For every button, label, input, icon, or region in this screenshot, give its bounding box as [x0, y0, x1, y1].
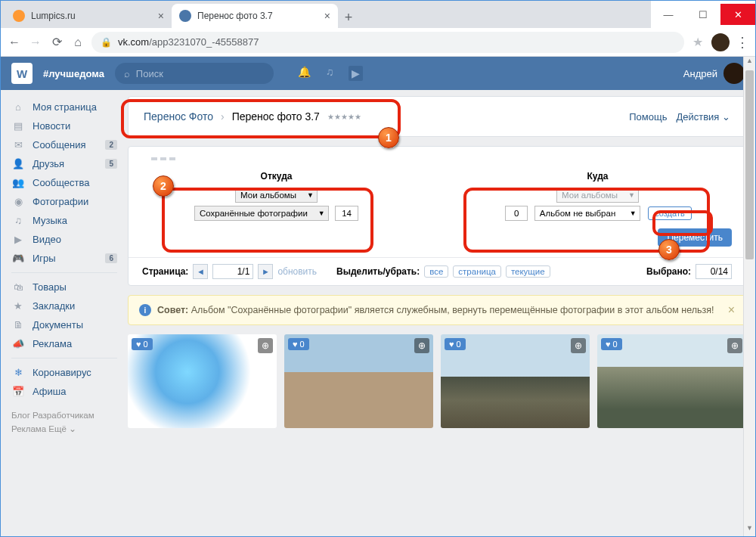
home-button[interactable]: ⌂ [70, 36, 85, 49]
sidebar-item-friends[interactable]: 👤Друзья5 [1, 154, 128, 173]
back-button[interactable]: ← [7, 36, 22, 49]
music-icon[interactable]: ♫ [326, 66, 334, 81]
browser-tab[interactable]: Lumpics.ru × [5, 4, 172, 28]
close-icon[interactable]: × [728, 303, 735, 317]
selected-count [696, 264, 732, 279]
sidebar-item-docs[interactable]: 🗎Документы [1, 315, 128, 334]
profile-avatar[interactable] [711, 33, 730, 51]
zoom-icon[interactable]: ⊕ [571, 338, 586, 353]
sidebar-item-profile[interactable]: ⌂Моя страница [1, 98, 128, 116]
pager-row: Страница: ◄ ► обновить Выделить/убрать: … [129, 257, 745, 285]
sidebar-item-video[interactable]: ▶Видео [1, 230, 128, 249]
select-value: Мои альбомы [562, 191, 618, 200]
sidebar-label: Документы [33, 319, 83, 331]
photo-thumb[interactable]: ♥ 0 ⊕ [128, 334, 277, 428]
create-album-button[interactable]: создать [648, 206, 691, 220]
rating-stars[interactable]: ★★★★★ [327, 113, 361, 121]
address-bar: ← → ⟳ ⌂ 🔒 vk.com/app3231070_-45558877 ★ … [1, 28, 755, 57]
virus-icon: ❄ [11, 367, 25, 378]
to-count: 0 [505, 206, 528, 221]
select-all-button[interactable]: все [424, 265, 448, 278]
help-link[interactable]: Помощь [629, 111, 667, 123]
sidebar-item-music[interactable]: ♫Музыка [1, 211, 128, 230]
like-badge[interactable]: ♥ 0 [445, 338, 466, 350]
camera-icon: ◉ [11, 196, 25, 207]
new-tab-button[interactable]: + [338, 7, 359, 28]
browser-tabbar: Lumpics.ru × Перенос фото 3.7 × + — ☐ ✕ [1, 1, 755, 28]
window-close-button[interactable]: ✕ [720, 4, 755, 25]
account-menu[interactable]: Андрей [683, 63, 745, 84]
sidebar-item-news[interactable]: ▤Новости [1, 116, 128, 135]
url-host: vk.com [118, 36, 149, 48]
prev-page-button[interactable]: ◄ [193, 264, 208, 279]
ads-icon: 📣 [11, 338, 25, 349]
sidebar-label: Музыка [33, 215, 67, 226]
to-album-select[interactable]: Альбом не выбран▼ [534, 206, 640, 221]
sidebar-item-bookmarks[interactable]: ★Закладки [1, 296, 128, 315]
photo-thumb[interactable]: ♥ 0 ⊕ [597, 334, 746, 428]
reload-button[interactable]: ⟳ [49, 35, 64, 49]
like-badge[interactable]: ♥ 0 [288, 338, 309, 350]
transfer-card: Откуда Мои альбомы▼ Сохранённые фотограф… [128, 146, 746, 286]
scrollbar-thumb[interactable] [745, 70, 754, 259]
refresh-link[interactable]: обновить [277, 266, 317, 277]
star-icon: ★ [11, 300, 25, 312]
window-maximize-button[interactable]: ☐ [686, 4, 720, 25]
forward-button[interactable]: → [28, 36, 43, 49]
select-label: Выделить/убрать: [336, 266, 420, 277]
like-badge[interactable]: ♥ 0 [132, 338, 153, 350]
video-icon: ▶ [11, 234, 25, 245]
zoom-icon[interactable]: ⊕ [414, 338, 429, 353]
play-icon[interactable]: ▶ [349, 66, 363, 81]
bell-icon[interactable]: 🔔 [298, 66, 311, 81]
move-button[interactable]: Переместить [658, 228, 732, 247]
breadcrumb-card: Перенос Фото › Перенос фото 3.7 ★★★★★ По… [128, 96, 746, 137]
music-icon: ♫ [11, 215, 25, 226]
badge: 6 [105, 253, 117, 263]
browser-tab-active[interactable]: Перенос фото 3.7 × [172, 4, 338, 28]
to-source-select[interactable]: Мои альбомы▼ [556, 188, 639, 203]
like-badge[interactable]: ♥ 0 [601, 338, 622, 350]
url-field[interactable]: 🔒 vk.com/app3231070_-45558877 [91, 32, 684, 53]
window-minimize-button[interactable]: — [651, 4, 686, 25]
loading-dots [142, 157, 732, 160]
scrollbar[interactable]: ▲ ▼ [743, 57, 755, 536]
sidebar-item-photos[interactable]: ◉Фотографии [1, 192, 128, 211]
sidebar-label: Товары [33, 281, 67, 293]
sidebar-item-messages[interactable]: ✉Сообщения2 [1, 135, 128, 154]
like-count: 0 [300, 340, 305, 349]
select-current-button[interactable]: текущие [506, 265, 550, 278]
selected-label: Выбрано: [646, 266, 691, 277]
sidebar-item-groups[interactable]: 👥Сообщества [1, 173, 128, 192]
sidebar-label: Новости [33, 120, 70, 132]
tab-title: Перенос фото 3.7 [197, 11, 273, 21]
actions-menu[interactable]: Действия ⌄ [676, 111, 730, 123]
from-column: Откуда Мои альбомы▼ Сохранённые фотограф… [142, 171, 411, 222]
from-source-select[interactable]: Мои альбомы▼ [235, 188, 318, 203]
select-page-button[interactable]: страница [453, 265, 501, 278]
calendar-icon: 📅 [11, 386, 25, 397]
browser-menu-button[interactable]: ⋮ [736, 36, 749, 49]
vk-hashtag[interactable]: #лучшедома [43, 68, 104, 79]
photo-thumb[interactable]: ♥ 0 ⊕ [441, 334, 590, 428]
close-icon[interactable]: × [152, 10, 164, 22]
zoom-icon[interactable]: ⊕ [727, 338, 742, 353]
breadcrumb-root[interactable]: Перенос Фото [144, 110, 213, 123]
sidebar-item-games[interactable]: 🎮Игры6 [1, 249, 128, 268]
scroll-down-icon[interactable]: ▼ [744, 524, 755, 536]
star-icon[interactable]: ★ [690, 35, 705, 49]
next-page-button[interactable]: ► [258, 264, 273, 279]
sidebar-item-market[interactable]: 🛍Товары [1, 278, 128, 296]
from-album-select[interactable]: Сохранённые фотографии▼ [194, 206, 329, 221]
sidebar-label: Афиша [33, 386, 66, 397]
zoom-icon[interactable]: ⊕ [258, 338, 273, 353]
sidebar-item-ads[interactable]: 📣Реклама [1, 334, 128, 353]
sidebar-item-corona[interactable]: ❄Коронавирус [1, 363, 128, 382]
photo-thumb[interactable]: ♥ 0 ⊕ [284, 334, 433, 428]
search-input[interactable]: ⌕ Поиск [115, 63, 274, 84]
page-input[interactable] [212, 264, 253, 279]
scroll-up-icon[interactable]: ▲ [744, 57, 755, 69]
sidebar-item-events[interactable]: 📅Афиша [1, 382, 128, 401]
vk-logo[interactable]: W [11, 63, 33, 84]
close-icon[interactable]: × [318, 10, 330, 22]
